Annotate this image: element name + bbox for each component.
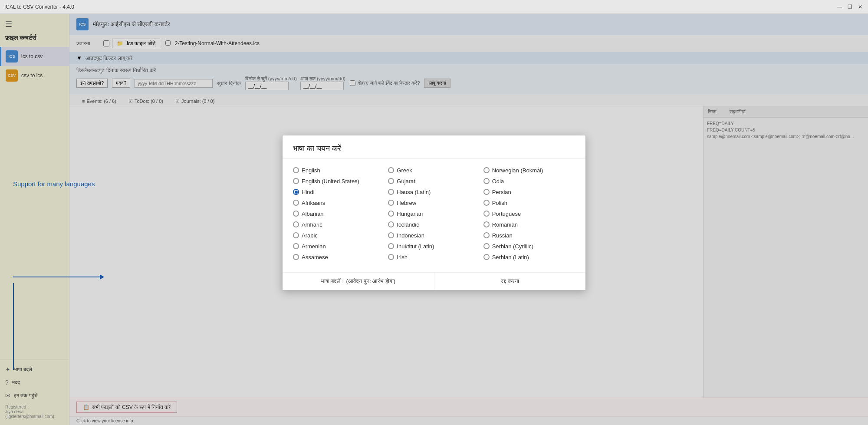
radio-4[interactable] bbox=[388, 178, 394, 184]
window-controls: — ❐ ✕ bbox=[836, 3, 864, 10]
lang-label-25: Irish bbox=[397, 254, 408, 260]
language-option-odia[interactable]: Odia bbox=[483, 177, 575, 186]
lang-label-20: Russian bbox=[492, 232, 513, 239]
title-bar: ICAL to CSV Converter - 4.4.0 — ❐ ✕ bbox=[0, 0, 868, 14]
close-button[interactable]: ✕ bbox=[857, 3, 864, 10]
radio-7[interactable] bbox=[388, 189, 394, 195]
lang-label-22: Inuktitut (Latin) bbox=[397, 243, 434, 250]
radio-10[interactable] bbox=[388, 200, 394, 206]
language-option-portuguese[interactable]: Portuguese bbox=[483, 209, 575, 218]
lang-label-21: Armenian bbox=[302, 243, 326, 250]
lang-label-16: Icelandic bbox=[397, 221, 419, 228]
language-option-serbian-(cyrillic)[interactable]: Serbian (Cyrillic) bbox=[483, 242, 575, 251]
language-option-inuktitut-(latin)[interactable]: Inuktitut (Latin) bbox=[388, 242, 480, 251]
language-dialog: भाषा का चयन करें English Greek Norwegian… bbox=[282, 135, 586, 290]
radio-11[interactable] bbox=[483, 200, 490, 206]
radio-9[interactable] bbox=[293, 200, 299, 206]
language-option-polish[interactable]: Polish bbox=[483, 198, 575, 208]
language-option-hungarian[interactable]: Hungarian bbox=[388, 209, 480, 218]
radio-19[interactable] bbox=[388, 232, 394, 238]
language-option-indonesian[interactable]: Indonesian bbox=[388, 231, 480, 240]
language-option-gujarati[interactable]: Gujarati bbox=[388, 177, 480, 186]
language-option-amharic[interactable]: Amharic bbox=[293, 220, 385, 229]
lang-label-23: Serbian (Cyrillic) bbox=[492, 243, 533, 250]
radio-8[interactable] bbox=[483, 189, 490, 195]
language-option-english[interactable]: English bbox=[293, 166, 385, 175]
language-option-irish[interactable]: Irish bbox=[388, 253, 480, 262]
language-option-hausa-(latin)[interactable]: Hausa (Latin) bbox=[388, 188, 480, 197]
language-option-norwegian-(bokmål)[interactable]: Norwegian (Bokmål) bbox=[483, 166, 575, 175]
lang-label-0: English bbox=[302, 167, 320, 174]
radio-15[interactable] bbox=[293, 221, 299, 227]
cancel-dialog-button[interactable]: रद्द करना bbox=[434, 273, 586, 290]
lang-label-6: Hindi bbox=[302, 189, 315, 195]
lang-label-17: Romanian bbox=[492, 221, 518, 228]
radio-14[interactable] bbox=[483, 211, 490, 217]
lang-label-19: Indonesian bbox=[397, 232, 424, 239]
radio-12[interactable] bbox=[293, 211, 299, 217]
lang-label-12: Albanian bbox=[302, 211, 324, 217]
radio-0[interactable] bbox=[293, 167, 299, 173]
dialog-body: English Greek Norwegian (Bokmål) English… bbox=[283, 159, 585, 269]
lang-label-15: Amharic bbox=[302, 221, 322, 228]
radio-25[interactable] bbox=[388, 254, 394, 260]
language-list: English Greek Norwegian (Bokmål) English… bbox=[293, 166, 575, 262]
lang-label-2: Norwegian (Bokmål) bbox=[492, 167, 543, 174]
lang-label-9: Afrikaans bbox=[302, 200, 325, 206]
language-option-armenian[interactable]: Armenian bbox=[293, 242, 385, 251]
radio-21[interactable] bbox=[293, 243, 299, 249]
radio-5[interactable] bbox=[483, 178, 490, 184]
lang-label-26: Serbian (Latin) bbox=[492, 254, 529, 260]
radio-16[interactable] bbox=[388, 221, 394, 227]
radio-2[interactable] bbox=[483, 167, 490, 173]
lang-label-13: Hungarian bbox=[397, 211, 423, 217]
radio-20[interactable] bbox=[483, 232, 490, 238]
radio-18[interactable] bbox=[293, 232, 299, 238]
lang-label-4: Gujarati bbox=[397, 178, 417, 184]
radio-1[interactable] bbox=[388, 167, 394, 173]
dialog-footer: भाषा बदलें। (आवेदन पुनः आरंभ होगा) रद्द … bbox=[283, 272, 585, 290]
language-option-hindi[interactable]: Hindi bbox=[293, 188, 385, 197]
radio-17[interactable] bbox=[483, 221, 490, 227]
language-option-icelandic[interactable]: Icelandic bbox=[388, 220, 480, 229]
language-option-romanian[interactable]: Romanian bbox=[483, 220, 575, 229]
lang-label-3: English (United States) bbox=[302, 178, 359, 184]
lang-label-8: Persian bbox=[492, 189, 511, 195]
lang-label-7: Hausa (Latin) bbox=[397, 189, 431, 195]
lang-label-24: Assamese bbox=[302, 254, 328, 260]
language-option-persian[interactable]: Persian bbox=[483, 188, 575, 197]
language-option-hebrew[interactable]: Hebrew bbox=[388, 198, 480, 208]
language-option-serbian-(latin)[interactable]: Serbian (Latin) bbox=[483, 253, 575, 262]
lang-label-1: Greek bbox=[397, 167, 412, 174]
language-option-russian[interactable]: Russian bbox=[483, 231, 575, 240]
radio-26[interactable] bbox=[483, 254, 490, 260]
language-option-greek[interactable]: Greek bbox=[388, 166, 480, 175]
maximize-button[interactable]: ❐ bbox=[846, 3, 853, 10]
lang-label-18: Arabic bbox=[302, 232, 318, 239]
radio-6[interactable] bbox=[293, 189, 299, 195]
radio-3[interactable] bbox=[293, 178, 299, 184]
radio-24[interactable] bbox=[293, 254, 299, 260]
lang-label-11: Polish bbox=[492, 200, 507, 206]
lang-label-5: Odia bbox=[492, 178, 504, 184]
language-option-assamese[interactable]: Assamese bbox=[293, 253, 385, 262]
minimize-button[interactable]: — bbox=[836, 3, 843, 10]
change-language-confirm-button[interactable]: भाषा बदलें। (आवेदन पुनः आरंभ होगा) bbox=[283, 273, 434, 290]
radio-23[interactable] bbox=[483, 243, 490, 249]
app-title: ICAL to CSV Converter - 4.4.0 bbox=[4, 4, 74, 10]
radio-13[interactable] bbox=[388, 211, 394, 217]
language-option-english-(united-states)[interactable]: English (United States) bbox=[293, 177, 385, 186]
lang-label-10: Hebrew bbox=[397, 200, 416, 206]
dialog-title: भाषा का चयन करें bbox=[283, 135, 585, 159]
language-option-afrikaans[interactable]: Afrikaans bbox=[293, 198, 385, 208]
language-option-albanian[interactable]: Albanian bbox=[293, 209, 385, 218]
lang-label-14: Portuguese bbox=[492, 211, 521, 217]
radio-22[interactable] bbox=[388, 243, 394, 249]
language-option-arabic[interactable]: Arabic bbox=[293, 231, 385, 240]
